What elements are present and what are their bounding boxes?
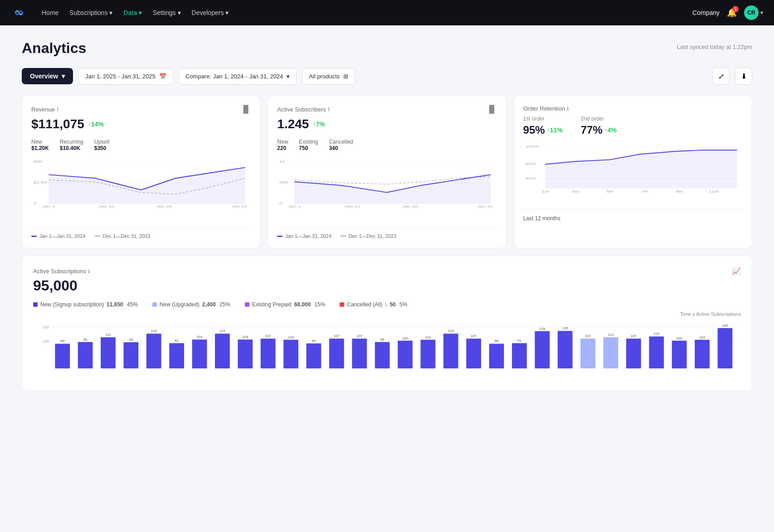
page-title: Analytics (22, 40, 86, 57)
user-avatar-menu[interactable]: CR ▾ (744, 5, 763, 20)
svg-text:100: 100 (677, 336, 683, 340)
products-filter-button[interactable]: All products ⊞ (302, 68, 355, 85)
legend-new-upgraded: New (Upgraded) 2,400 25% (152, 301, 230, 308)
svg-text:3rd: 3rd (571, 190, 579, 193)
logo[interactable] (11, 5, 27, 21)
svg-rect-80 (512, 343, 527, 368)
notification-badge: 1 (732, 6, 739, 12)
legend-current: Jan 1—Jan 31, 2024 (31, 233, 86, 239)
chevron-down-icon: ▾ (225, 9, 229, 16)
info-icon[interactable]: ℹ (57, 106, 59, 112)
svg-text:91: 91 (517, 339, 521, 343)
svg-text:107: 107 (471, 334, 477, 338)
date-range-button[interactable]: Jan 1, 2025 - Jan 31, 2025 📅 (78, 68, 173, 85)
chevron-down-icon: ▾ (287, 73, 290, 80)
line-chart-icon[interactable]: 📈 (732, 267, 741, 276)
company-label: Company (692, 9, 720, 16)
svg-text:107: 107 (265, 334, 272, 338)
bar-chart-icon[interactable]: ▐▌ (487, 105, 497, 113)
svg-text:91: 91 (175, 339, 179, 343)
compare-button[interactable]: Compare: Jan 1, 2024 - Jan 31, 2024 ▾ (179, 68, 297, 85)
svg-rect-68 (375, 342, 390, 368)
download-icon: ⬇ (741, 72, 747, 81)
svg-rect-44 (101, 337, 116, 368)
svg-text:9th: 9th (676, 190, 683, 193)
svg-rect-64 (329, 339, 344, 368)
svg-text:89: 89 (60, 339, 64, 343)
subs-new: New 220 (277, 139, 288, 151)
svg-rect-96 (695, 340, 710, 368)
svg-text:104: 104 (242, 335, 248, 339)
info-icon[interactable]: ℹ (88, 268, 90, 275)
info-icon[interactable]: ℹ (328, 106, 330, 112)
svg-text:Jan 1: Jan 1 (288, 205, 301, 208)
svg-text:11th: 11th (709, 190, 719, 193)
svg-text:60%: 60% (526, 162, 536, 165)
overview-button[interactable]: Overview ▾ (22, 68, 73, 84)
svg-text:104: 104 (196, 335, 203, 339)
svg-text:150: 150 (43, 325, 49, 329)
svg-rect-56 (238, 339, 253, 368)
first-order-col: 1st order 95% ↑11% (523, 116, 563, 136)
active-subs-chart-label: Time x Active Subscriptions (33, 311, 741, 317)
subscribers-trend: ↑7% (312, 121, 325, 128)
chevron-down-icon: ▾ (62, 73, 65, 80)
nav-subscriptions[interactable]: Subscriptions ▾ (69, 9, 112, 16)
filter-icon: ⊞ (343, 73, 348, 80)
revenue-trend: ↑14% (88, 121, 104, 128)
svg-text:134: 134 (539, 327, 545, 331)
subscribers-value: 1.245 ↑7% (277, 117, 497, 131)
legend-compare: Dec 1—Dec 31, 2023 (95, 233, 151, 239)
svg-rect-82 (535, 331, 550, 368)
svg-text:107: 107 (585, 334, 591, 338)
info-icon[interactable]: ℹ (567, 106, 569, 112)
avatar: CR (744, 5, 759, 20)
retention-legend: Last 12 months (523, 209, 743, 222)
svg-text:Jan 10: Jan 10 (345, 205, 360, 208)
active-subs-bar-chart: 1501008995112941259110412510410710390107… (33, 319, 741, 379)
svg-text:Jan 20: Jan 20 (156, 205, 172, 208)
svg-text:115: 115 (653, 332, 660, 336)
subscribers-card: Active Subscribers ℹ ▐▌ 1.245 ↑7% New 22… (268, 96, 506, 248)
svg-text:103: 103 (699, 335, 706, 339)
svg-text:95: 95 (83, 338, 88, 342)
legend-existing-prepaid: Existing Prepaid 68,000 15% (245, 301, 325, 308)
calendar-icon: 📅 (159, 73, 166, 80)
svg-rect-66 (352, 339, 367, 368)
chevron-down-icon: ▾ (109, 9, 112, 16)
svg-rect-84 (558, 331, 573, 368)
expand-icon: ⤢ (718, 72, 724, 81)
legend-color-box (152, 302, 157, 307)
subscribers-card-header: Active Subscribers ℹ ▐▌ (277, 105, 497, 113)
download-button[interactable]: ⬇ (735, 68, 752, 85)
svg-rect-78 (489, 343, 504, 368)
info-icon[interactable]: ℹ (385, 302, 387, 308)
revenue-chart: $3K $1.5K 0 Jan 1 Jan 10 Jan (31, 159, 251, 222)
svg-text:0: 0 (279, 201, 282, 205)
svg-rect-88 (604, 337, 618, 368)
svg-rect-58 (261, 339, 276, 368)
nav-data[interactable]: Data ▾ (123, 9, 142, 16)
nav-home[interactable]: Home (42, 9, 58, 16)
notification-bell[interactable]: 🔔 1 (727, 8, 737, 18)
svg-text:112: 112 (608, 333, 614, 337)
svg-rect-92 (649, 336, 664, 368)
svg-text:Jan 20: Jan 20 (402, 205, 418, 208)
bar-chart-icon[interactable]: ▐▌ (241, 105, 251, 113)
svg-text:Jan 1: Jan 1 (42, 205, 55, 208)
nav-developers[interactable]: Developers ▾ (192, 9, 229, 16)
retention-card: Order Retention ℹ 1st order 95% ↑11% 2nd… (514, 96, 752, 248)
active-subs-value: 95,000 (33, 277, 741, 294)
retention-chart: 100% 60% 40% 1st 3rd 5th 7th 9th 11th (523, 144, 743, 207)
chevron-down-icon: ▾ (139, 9, 142, 16)
svg-text:94: 94 (129, 338, 133, 342)
svg-text:95: 95 (380, 338, 385, 342)
page-header: Analytics Last synced today at 1:22pm (22, 40, 752, 57)
subscribers-chart: 1k 500 0 Jan 1 Jan 10 Jan 20 Jan 31 (277, 159, 497, 222)
expand-button[interactable]: ⤢ (712, 68, 730, 85)
nav-settings[interactable]: Settings ▾ (153, 9, 181, 16)
svg-text:112: 112 (105, 333, 112, 337)
legend-color-box (245, 302, 249, 307)
subscribers-title: Active Subscribers ℹ (277, 106, 330, 113)
subs-existing: Existing 750 (299, 139, 318, 151)
